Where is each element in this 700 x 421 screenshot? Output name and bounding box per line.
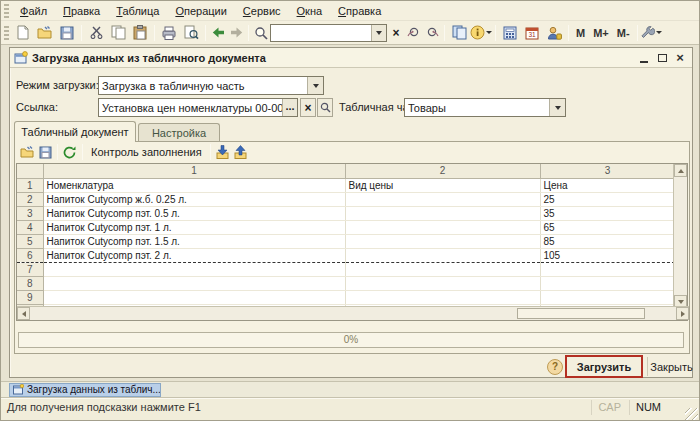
menu-help[interactable]: Справка — [330, 3, 389, 19]
menu-edit[interactable]: Правка — [55, 3, 108, 19]
close-dialog-button[interactable]: Закрыть — [647, 357, 695, 376]
grid-cell[interactable] — [43, 277, 345, 291]
tab-settings[interactable]: Настройка — [138, 123, 220, 142]
grid-cell[interactable] — [345, 263, 540, 277]
grid-cell[interactable]: Цена — [540, 179, 675, 193]
load-button[interactable]: Загрузить — [577, 361, 632, 373]
vertical-scrollbar[interactable] — [673, 164, 687, 308]
grid-cell[interactable] — [345, 235, 540, 249]
scroll-left-button[interactable] — [17, 307, 30, 320]
row-number-cell[interactable]: 6 — [17, 249, 43, 263]
grid-cell[interactable] — [345, 193, 540, 207]
grid-cell[interactable] — [540, 263, 675, 277]
minimize-button[interactable] — [636, 51, 652, 65]
row-number-cell[interactable]: 5 — [17, 235, 43, 249]
column-header[interactable]: 1 — [43, 164, 345, 179]
load-mode-dropdown-button[interactable] — [307, 77, 323, 94]
memory-m-button[interactable]: M — [572, 25, 589, 41]
menu-grip[interactable] — [4, 4, 9, 18]
grid-cell[interactable]: 85 — [540, 235, 675, 249]
maximize-button[interactable] — [654, 51, 670, 65]
grid-cell[interactable]: Напиток Cutycomp пэт. 1 л. — [43, 221, 345, 235]
memory-m-minus-button[interactable]: M- — [613, 25, 634, 41]
grid-cell[interactable]: 65 — [540, 221, 675, 235]
import-button[interactable] — [214, 142, 232, 162]
paste-button[interactable] — [129, 23, 151, 43]
export-button[interactable] — [232, 142, 250, 162]
grid-corner-cell[interactable] — [17, 164, 43, 179]
format-copy-button[interactable] — [448, 23, 470, 43]
horizontal-scrollbar[interactable] — [17, 306, 689, 320]
grid-cell[interactable] — [345, 221, 540, 235]
grid-cell[interactable] — [345, 277, 540, 291]
menu-table[interactable]: Таблица — [108, 3, 167, 19]
close-button[interactable]: × — [672, 51, 688, 65]
calendar-button[interactable]: 31 — [521, 23, 543, 43]
forward-button[interactable] — [227, 23, 245, 43]
resize-grip[interactable] — [685, 408, 698, 421]
search-clear-button[interactable]: × — [387, 23, 405, 43]
find-button[interactable] — [252, 23, 270, 43]
row-number-cell[interactable]: 7 — [17, 263, 43, 277]
menu-operations[interactable]: Операции — [167, 3, 234, 19]
menu-file[interactable]: Файл — [12, 3, 55, 19]
grid-cell[interactable] — [43, 291, 345, 305]
link-browse-button[interactable]: ... — [282, 99, 297, 116]
refresh-button[interactable] — [61, 142, 79, 162]
print-button[interactable] — [158, 23, 180, 43]
table-part-combobox[interactable]: Товары — [404, 98, 566, 117]
memory-m-plus-button[interactable]: M+ — [589, 25, 613, 41]
table-part-dropdown-button[interactable] — [549, 99, 565, 116]
row-number-cell[interactable]: 1 — [17, 179, 43, 193]
grid-cell[interactable] — [345, 291, 540, 305]
row-number-cell[interactable]: 2 — [17, 193, 43, 207]
menu-windows[interactable]: Окна — [289, 3, 331, 19]
column-header[interactable]: 2 — [345, 164, 540, 179]
load-mode-combobox[interactable]: Загрузка в табличную часть — [98, 76, 324, 95]
grid-cell[interactable] — [43, 263, 345, 277]
search-input[interactable] — [271, 25, 371, 41]
grid-cell[interactable]: Вид цены — [345, 179, 540, 193]
grid-cell[interactable] — [540, 291, 675, 305]
link-open-button[interactable] — [317, 98, 333, 117]
row-number-cell[interactable]: 9 — [17, 291, 43, 305]
copy-button[interactable] — [107, 23, 129, 43]
find-previous-button[interactable] — [423, 23, 441, 43]
cut-button[interactable] — [85, 23, 107, 43]
scroll-right-button[interactable] — [676, 307, 689, 320]
new-document-button[interactable] — [12, 23, 34, 43]
row-number-cell[interactable]: 8 — [17, 277, 43, 291]
fill-control-button[interactable]: Контроль заполнения — [86, 146, 207, 158]
user-permissions-button[interactable] — [543, 23, 565, 43]
toolbar-grip[interactable] — [4, 26, 9, 40]
grid-cell[interactable]: 35 — [540, 207, 675, 221]
calculator-button[interactable] — [499, 23, 521, 43]
panel-open-button[interactable] — [18, 142, 36, 162]
service-button[interactable] — [641, 23, 663, 43]
scrollbar-thumb[interactable] — [517, 308, 645, 319]
save-button[interactable] — [56, 23, 78, 43]
grid-cell[interactable] — [540, 277, 675, 291]
print-preview-button[interactable] — [180, 23, 202, 43]
grid-cell[interactable]: Напиток Cutycomp пэт. 1.5 л. — [43, 235, 345, 249]
help-button[interactable]: ? — [547, 359, 563, 375]
grid-cell[interactable] — [345, 207, 540, 221]
menu-service[interactable]: Сервис — [235, 3, 289, 19]
find-next-button[interactable] — [405, 23, 423, 43]
column-header[interactable]: 3 — [540, 164, 675, 179]
open-button[interactable] — [34, 23, 56, 43]
grid-cell[interactable]: 25 — [540, 193, 675, 207]
scroll-up-button[interactable] — [674, 164, 687, 177]
grid-cell[interactable]: 105 — [540, 249, 675, 263]
dialog-title-bar[interactable]: Загрузка данных из табличного документа … — [10, 48, 692, 68]
tab-spreadsheet-document[interactable]: Табличный документ — [14, 121, 136, 142]
grid-cell[interactable]: Напиток Cutycomp ж.б. 0.25 л. — [43, 193, 345, 207]
panel-save-button[interactable] — [36, 142, 54, 162]
row-number-cell[interactable]: 4 — [17, 221, 43, 235]
grid-cell[interactable]: Номенклатура — [43, 179, 345, 193]
grid-cell[interactable]: Напиток Cutycomp пэт. 2 л. — [43, 249, 345, 263]
info-button[interactable] — [470, 23, 492, 43]
search-dropdown-button[interactable] — [371, 25, 386, 41]
grid-cell[interactable]: Напиток Cutycomp пэт. 0.5 л. — [43, 207, 345, 221]
taskbar-item-load-dialog[interactable]: Загрузка данных из таблич... — [9, 383, 161, 397]
